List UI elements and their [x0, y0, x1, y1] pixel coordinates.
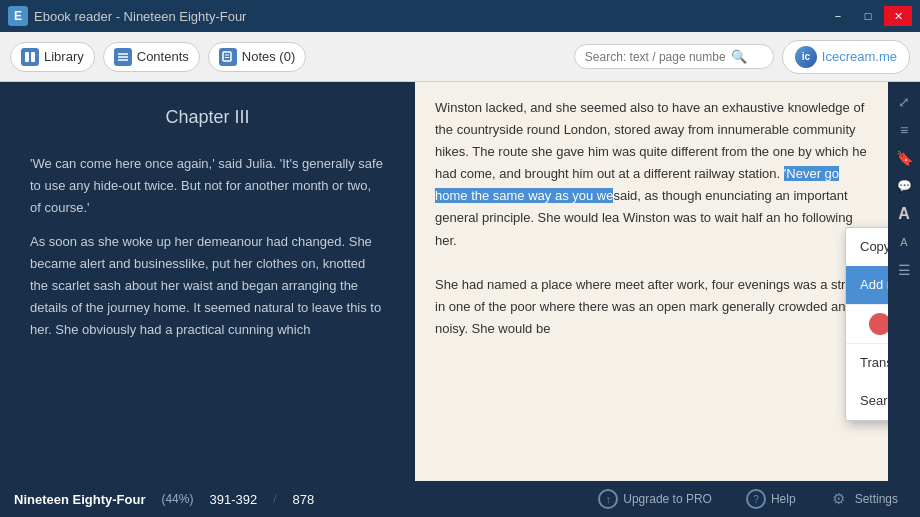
search-bar[interactable]: 🔍: [574, 44, 774, 69]
left-page: Chapter III 'We can come here once again…: [0, 82, 415, 481]
add-note-label: Add note: [860, 274, 888, 296]
upgrade-button[interactable]: ↑ Upgrade to PRO: [588, 486, 722, 512]
brand-button[interactable]: ic Icecream.me: [782, 40, 910, 74]
copy-menu-item[interactable]: Copy Ctrl+C: [846, 228, 888, 266]
library-button[interactable]: Library: [10, 42, 95, 72]
app-icon: E: [8, 6, 28, 26]
color-picker-row: [846, 304, 888, 344]
main-content: Chapter III 'We can come here once again…: [0, 82, 920, 481]
search-label: Search: [860, 390, 888, 412]
settings-label: Settings: [855, 492, 898, 506]
brand-icon: ic: [795, 46, 817, 68]
color-red[interactable]: [869, 313, 888, 335]
comment-icon[interactable]: 💬: [892, 174, 916, 198]
settings-button[interactable]: ⚙ Settings: [820, 485, 906, 513]
contents-label: Contents: [137, 49, 189, 64]
book-percent: (44%): [161, 492, 193, 506]
contents-icon: [114, 48, 132, 66]
help-icon: ?: [746, 489, 766, 509]
window-controls: − □ ✕: [824, 6, 912, 26]
settings-icon: ⚙: [828, 488, 850, 510]
upgrade-label: Upgrade to PRO: [623, 492, 712, 506]
library-icon: [21, 48, 39, 66]
window-title: Ebook reader - Nineteen Eighty-Four: [34, 9, 246, 24]
help-button[interactable]: ? Help: [738, 486, 804, 512]
left-paragraph-2: As soon as she woke up her demeanour had…: [30, 231, 385, 341]
close-button[interactable]: ✕: [884, 6, 912, 26]
hamburger-icon[interactable]: ☰: [892, 258, 916, 282]
notes-button[interactable]: Notes (0): [208, 42, 306, 72]
library-label: Library: [44, 49, 84, 64]
font-large-icon[interactable]: A: [892, 202, 916, 226]
copy-label: Copy: [860, 236, 888, 258]
expand-icon[interactable]: ⤢: [892, 90, 916, 114]
right-sidebar: ⤢ ≡ 🔖 💬 A A ☰: [888, 82, 920, 481]
font-small-icon[interactable]: A: [892, 230, 916, 254]
search-icon: 🔍: [731, 49, 747, 64]
search-input[interactable]: [585, 50, 725, 64]
book-title: Nineteen Eighty-Four: [14, 492, 145, 507]
status-bar: Nineteen Eighty-Four (44%) 391-392 / 878…: [0, 481, 920, 517]
minimize-button[interactable]: −: [824, 6, 852, 26]
search-menu-item[interactable]: Search ▶: [846, 382, 888, 420]
upgrade-icon: ↑: [598, 489, 618, 509]
maximize-button[interactable]: □: [854, 6, 882, 26]
svg-rect-1: [31, 52, 35, 62]
current-pages: 391-392: [209, 492, 257, 507]
context-menu: Copy Ctrl+C Add note Ctrl+N Translate Ct…: [845, 227, 888, 421]
bookmark-icon[interactable]: 🔖: [892, 146, 916, 170]
svg-rect-5: [223, 52, 231, 61]
add-note-menu-item[interactable]: Add note Ctrl+N: [846, 266, 888, 304]
translate-label: Translate: [860, 352, 888, 374]
list-icon[interactable]: ≡: [892, 118, 916, 142]
total-pages: 878: [293, 492, 315, 507]
title-bar: E Ebook reader - Nineteen Eighty-Four − …: [0, 0, 920, 32]
svg-rect-0: [25, 52, 29, 62]
right-page[interactable]: Winston lacked, and she seemed also to h…: [415, 82, 888, 481]
page-separator: /: [273, 492, 276, 506]
help-label: Help: [771, 492, 796, 506]
chapter-heading: Chapter III: [30, 102, 385, 133]
left-paragraph-1: 'We can come here once again,' said Juli…: [30, 153, 385, 219]
contents-button[interactable]: Contents: [103, 42, 200, 72]
brand-label: Icecream.me: [822, 49, 897, 64]
translate-menu-item[interactable]: Translate Ctrl+T: [846, 344, 888, 382]
right-text-3: She had named a place where meet after w…: [435, 277, 864, 336]
toolbar: Library Contents Notes (0) 🔍 ic Icecream…: [0, 32, 920, 82]
notes-label: Notes (0): [242, 49, 295, 64]
notes-icon: [219, 48, 237, 66]
